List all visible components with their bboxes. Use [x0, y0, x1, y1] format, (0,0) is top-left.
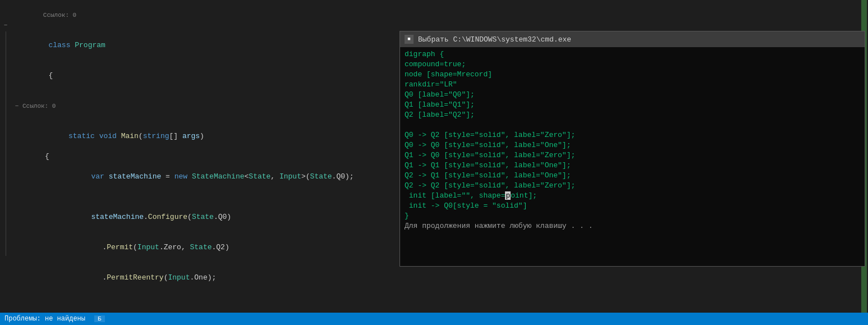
terminal-line: init -> Q0[style = "solid"]: [405, 201, 860, 211]
terminal-line: [405, 120, 860, 130]
terminal-line: Для продолжения нажмите любую клавишу . …: [405, 221, 860, 231]
terminal-line: Q0 -> Q0 [style="solid", label="One"];: [405, 140, 860, 150]
terminal-line: compound=true;: [405, 59, 860, 70]
cursor: p: [505, 191, 511, 200]
terminal-line: Q1 -> Q1 [style="solid", label="One"];: [405, 161, 860, 171]
code-line: .PermitReentry(Input.One);: [11, 263, 860, 293]
code-area: − Ссылок: 0 class Program { −: [0, 0, 868, 325]
terminal-icon: ■: [405, 35, 414, 44]
terminal-line: Q0 [label="Q0"];: [405, 90, 860, 100]
terminal-window: ■ Выбрать C:\WINDOWS\system32\cmd.exe di…: [399, 31, 865, 267]
statusbar: Проблемы: не найдены Б: [0, 313, 868, 325]
terminal-line: init [label="", shape=point];: [405, 191, 860, 201]
terminal-body[interactable]: digraph { compound=true; node [shape=Mre…: [400, 47, 865, 266]
collapse-method-icon[interactable]: −: [15, 103, 19, 109]
collapse-class-icon[interactable]: −: [4, 20, 8, 30]
terminal-line: Q2 -> Q2 [style="solid", label="Zero"];: [405, 181, 860, 191]
terminal-line: Q1 [label="Q1"];: [405, 100, 860, 110]
terminal-line: }: [405, 211, 860, 221]
terminal-line: Q0 -> Q2 [style="solid", label="Zero"];: [405, 130, 860, 140]
terminal-line: node [shape=Mrecord]: [405, 70, 860, 80]
terminal-title: Выбрать C:\WINDOWS\system32\cmd.exe: [418, 35, 571, 44]
editor-container: − Ссылок: 0 class Program { −: [0, 0, 868, 325]
terminal-line: Q1 -> Q0 [style="solid", label="Zero"];: [405, 150, 860, 161]
statusbar-text: Проблемы: не найдены: [4, 315, 85, 323]
terminal-line: digraph {: [405, 49, 860, 59]
terminal-line: Q2 [label="Q2"];: [405, 110, 860, 120]
statusbar-tab[interactable]: Б: [94, 315, 105, 322]
terminal-line: Q2 -> Q1 [style="solid", label="One"];: [405, 171, 860, 181]
terminal-titlebar: ■ Выбрать C:\WINDOWS\system32\cmd.exe: [400, 31, 865, 47]
code-line: [11, 293, 860, 303]
code-line: Ссылок: 0: [11, 0, 860, 30]
terminal-line: rankdir="LR": [405, 80, 860, 90]
